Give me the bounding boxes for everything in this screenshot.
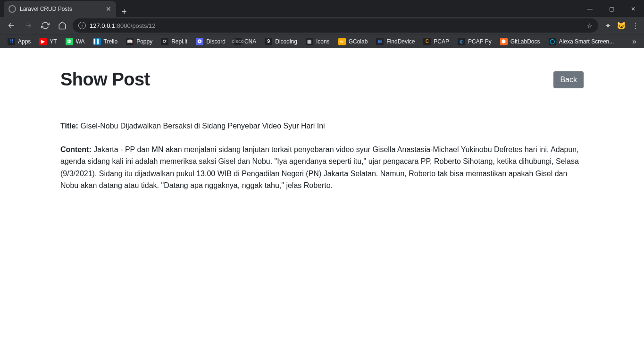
- tab-title: Laravel CRUD Posts: [20, 6, 102, 12]
- profile-avatar[interactable]: 🐱: [617, 21, 626, 30]
- bookmark-icon: ∞: [338, 38, 346, 45]
- bookmark-label: YT: [50, 38, 57, 45]
- post-content-row: Content: Jakarta - PP dan MN akan menjal…: [60, 144, 584, 192]
- bookmark-icon: 📖: [126, 38, 134, 45]
- maximize-button[interactable]: ▢: [601, 1, 622, 17]
- page-title: Show Post: [60, 69, 150, 90]
- minimize-button[interactable]: ―: [579, 1, 601, 17]
- bookmark-icon: ◯: [549, 38, 556, 45]
- content-label: Content:: [60, 145, 92, 153]
- bookmark-item[interactable]: ◐PCAP Py: [455, 36, 494, 47]
- bookmark-label: Poppy: [136, 38, 152, 45]
- page-content: Show Post Back Title: Gisel-Nobu Dijadwa…: [0, 48, 644, 224]
- nav-toolbar: i 127.0.0.1:8000/posts/12 ☆ ✦ 🐱 ⋮: [0, 17, 644, 34]
- url-display: 127.0.0.1:8000/posts/12: [90, 22, 156, 29]
- bookmark-label: FindDevice: [386, 38, 415, 45]
- tab-bar: Laravel CRUD Posts ✕ + ― ▢ ✕: [0, 0, 644, 17]
- bookmark-label: Icons: [316, 38, 330, 45]
- bookmark-item[interactable]: ⊞FindDevice: [373, 36, 418, 47]
- bookmark-item[interactable]: ⠿Apps: [5, 36, 33, 47]
- bookmark-label: Alexa Smart Screen...: [559, 38, 614, 45]
- content-value: Jakarta - PP dan MN akan menjalani sidan…: [60, 145, 579, 190]
- bookmark-item[interactable]: ⟳Repl.it: [158, 36, 190, 47]
- bookmark-label: CNA: [244, 38, 256, 45]
- bookmark-star-icon[interactable]: ☆: [587, 22, 593, 29]
- menu-icon[interactable]: ⋮: [632, 21, 639, 30]
- bookmark-icon: ✪: [196, 38, 203, 45]
- bookmark-item[interactable]: ▶YT: [36, 36, 59, 47]
- bookmark-item[interactable]: ②WA: [63, 36, 88, 47]
- bookmark-item[interactable]: ∞GColab: [335, 36, 371, 47]
- bookmark-item[interactable]: ◯Alexa Smart Screen...: [546, 36, 617, 47]
- close-window-button[interactable]: ✕: [622, 1, 644, 17]
- bookmark-icon: ②: [66, 38, 73, 45]
- post-details: Title: Gisel-Nobu Dijadwalkan Bersaksi d…: [60, 120, 584, 192]
- bookmark-icon: ▌▌: [93, 38, 101, 45]
- bookmark-item[interactable]: 📖Poppy: [123, 36, 155, 47]
- browser-tab[interactable]: Laravel CRUD Posts ✕: [4, 1, 116, 17]
- bookmark-label: GColab: [349, 38, 368, 45]
- bookmark-label: GitLabDocs: [510, 38, 540, 45]
- bookmark-label: Discord: [206, 38, 226, 45]
- bookmark-icon: ▦: [306, 38, 313, 45]
- bookmark-item[interactable]: ▦Icons: [303, 36, 333, 47]
- toolbar-right: ✦ 🐱 ⋮: [602, 21, 639, 30]
- browser-chrome: Laravel CRUD Posts ✕ + ― ▢ ✕ i 127.0.0.1…: [0, 0, 644, 48]
- reload-button[interactable]: [39, 19, 52, 32]
- bookmark-icon: ⬢: [500, 38, 508, 45]
- back-link-button[interactable]: Back: [553, 71, 584, 88]
- bookmark-icon: ⟳: [161, 38, 168, 45]
- bookmark-item[interactable]: 9Dicoding: [262, 36, 300, 47]
- bookmark-label: Repl.it: [171, 38, 187, 45]
- bookmark-icon: 9: [265, 38, 272, 45]
- bookmark-label: PCAP Py: [468, 38, 492, 45]
- bookmark-label: PCAP: [434, 38, 449, 45]
- bookmarks-bar: ⠿Apps▶YT②WA▌▌Trello📖Poppy⟳Repl.it✪Discor…: [0, 34, 644, 48]
- bookmark-icon: ⠿: [8, 38, 15, 45]
- forward-button[interactable]: [22, 19, 35, 32]
- bookmark-icon: ◐: [458, 38, 465, 45]
- extensions-icon[interactable]: ✦: [605, 21, 611, 30]
- title-value: Gisel-Nobu Dijadwalkan Bersaksi di Sidan…: [80, 122, 325, 130]
- bookmark-item[interactable]: ✪Discord: [193, 36, 228, 47]
- site-info-icon[interactable]: i: [78, 22, 86, 29]
- globe-icon: [8, 5, 16, 13]
- address-bar[interactable]: i 127.0.0.1:8000/posts/12 ☆: [73, 18, 598, 33]
- bookmark-label: Trello: [104, 38, 118, 45]
- title-label: Title:: [60, 122, 78, 130]
- bookmark-icon: cisco: [234, 38, 242, 45]
- page-header: Show Post Back: [60, 69, 584, 90]
- window-controls: ― ▢ ✕: [579, 1, 644, 17]
- bookmark-item[interactable]: ciscoCNA: [231, 36, 259, 47]
- home-button[interactable]: [56, 19, 69, 32]
- bookmark-icon: ⊞: [376, 38, 384, 45]
- bookmark-item[interactable]: ⬢GitLabDocs: [497, 36, 543, 47]
- bookmarks-overflow-icon[interactable]: »: [629, 37, 639, 46]
- close-tab-icon[interactable]: ✕: [106, 5, 111, 13]
- bookmark-label: Dicoding: [275, 38, 297, 45]
- new-tab-button[interactable]: +: [116, 7, 133, 17]
- bookmark-item[interactable]: CPCAP: [420, 36, 452, 47]
- bookmark-icon: ▶: [39, 38, 47, 45]
- bookmark-label: WA: [76, 38, 85, 45]
- bookmark-item[interactable]: ▌▌Trello: [91, 36, 121, 47]
- post-title-row: Title: Gisel-Nobu Dijadwalkan Bersaksi d…: [60, 120, 584, 132]
- bookmark-label: Apps: [18, 38, 31, 45]
- bookmark-icon: C: [423, 38, 431, 45]
- back-button[interactable]: [5, 19, 18, 32]
